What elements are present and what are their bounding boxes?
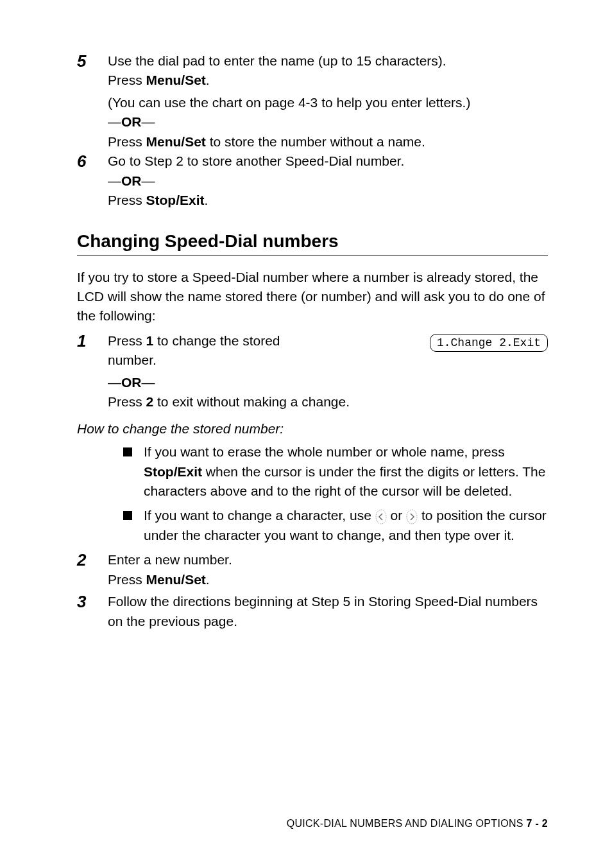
step-body: Use the dial pad to enter the name (up t… [108, 51, 446, 91]
text: Press [108, 193, 146, 207]
step-5: 5 Use the dial pad to enter the name (up… [77, 51, 548, 91]
step-body: Enter a new number. Press Menu/Set. [108, 550, 232, 589]
key-name: 2 [146, 394, 154, 409]
step-1: 1 Press 1 to change the stored number. [77, 331, 430, 370]
text: Press [108, 572, 146, 587]
step-number: 5 [77, 51, 108, 71]
bullet-item: If you want to change a character, use o… [123, 506, 548, 545]
footer-section: QUICK-DIAL NUMBERS AND DIALING OPTIONS [287, 818, 527, 829]
key-name: Menu/Set [146, 572, 206, 587]
text: . [206, 73, 210, 87]
page-number: 7 - 2 [526, 818, 548, 829]
intro-paragraph: If you try to store a Speed-Dial number … [77, 268, 548, 326]
text: If you want to erase the whole number or… [144, 444, 505, 459]
section-heading: Changing Speed-Dial numbers [77, 231, 548, 252]
step-body: Follow the directions beginning at Step … [108, 592, 548, 631]
text: . [205, 193, 208, 207]
text: Press [108, 394, 146, 409]
text: Enter a new number. [108, 552, 232, 567]
howto-subheading: How to change the stored number: [77, 419, 548, 439]
step-body: Go to Step 2 to store another Speed-Dial… [108, 152, 404, 210]
key-name: Stop/Exit [146, 193, 205, 207]
nav-right-icon [406, 509, 418, 525]
or-divider: OR [121, 375, 142, 390]
nav-left-icon [375, 509, 387, 525]
step-6: 6 Go to Step 2 to store another Speed-Di… [77, 152, 548, 210]
step-number: 6 [77, 152, 108, 171]
step-1-continued: —OR— Press 2 to exit without making a ch… [108, 373, 548, 412]
bullet-text: If you want to change a character, use o… [144, 506, 548, 545]
step-5-continued: (You can use the chart on page 4-3 to he… [108, 93, 548, 152]
key-name: Stop/Exit [144, 464, 202, 479]
step-2: 2 Enter a new number. Press Menu/Set. [77, 550, 548, 589]
svg-point-1 [407, 510, 417, 524]
or-divider: OR [121, 173, 142, 188]
text: Use the dial pad to enter the name (up t… [108, 53, 446, 68]
lcd-display: 1.Change 2.Exit [430, 334, 548, 352]
text: to store the number without a name. [206, 134, 425, 149]
text: or [387, 508, 406, 523]
step-1-row: 1 Press 1 to change the stored number. 1… [77, 331, 548, 373]
text: Press [108, 73, 146, 87]
bullet-icon [123, 511, 132, 520]
step-number: 2 [77, 550, 108, 570]
text: (You can use the chart on page 4-3 to he… [108, 95, 470, 110]
svg-point-0 [376, 510, 386, 524]
key-name: 1 [146, 333, 154, 348]
step-number: 3 [77, 592, 108, 612]
key-name: Menu/Set [146, 134, 206, 149]
text: . [206, 572, 210, 587]
bullet-text: If you want to erase the whole number or… [144, 442, 548, 501]
text: Follow the directions beginning at Step … [108, 594, 538, 628]
text: Press [108, 333, 146, 348]
text: Go to Step 2 to store another Speed-Dial… [108, 153, 404, 168]
section-rule [77, 256, 548, 256]
text: when the cursor is under the first the d… [144, 464, 545, 498]
text: Press [108, 134, 146, 149]
bullet-icon [123, 447, 132, 456]
text: to exit without making a change. [153, 394, 350, 409]
page-footer: QUICK-DIAL NUMBERS AND DIALING OPTIONS 7… [287, 818, 548, 829]
step-number: 1 [77, 331, 108, 351]
or-divider: OR [121, 114, 142, 129]
text: If you want to change a character, use [144, 508, 375, 523]
step-body: Press 1 to change the stored number. [108, 331, 313, 370]
step-3: 3 Follow the directions beginning at Ste… [77, 592, 548, 631]
key-name: Menu/Set [146, 73, 206, 87]
bullet-item: If you want to erase the whole number or… [123, 442, 548, 501]
